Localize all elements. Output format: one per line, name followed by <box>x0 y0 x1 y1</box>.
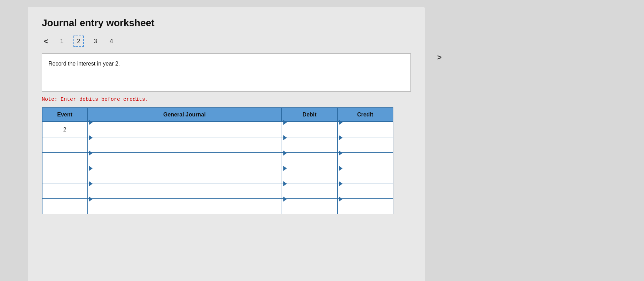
general-journal-cell[interactable] <box>87 153 282 168</box>
general-journal-cell[interactable] <box>87 168 282 183</box>
credit-cell[interactable] <box>337 153 393 168</box>
tab-3[interactable]: 3 <box>91 36 100 46</box>
cell-arrow-icon <box>339 120 343 125</box>
instruction-box: Record the interest in year 2. <box>42 53 411 92</box>
header-event: Event <box>42 108 87 122</box>
prev-arrow[interactable]: < <box>42 36 50 47</box>
debit-input[interactable] <box>282 202 337 217</box>
event-cell <box>42 199 87 214</box>
cell-arrow-icon <box>283 135 287 140</box>
tab-navigation: < 1 2 3 4 <box>42 36 411 47</box>
credit-input[interactable] <box>338 202 393 217</box>
credit-cell[interactable] <box>337 183 393 199</box>
general-journal-cell[interactable] <box>87 199 282 214</box>
debit-cell[interactable] <box>282 199 337 214</box>
header-debit: Debit <box>282 108 337 122</box>
debit-cell[interactable] <box>282 122 337 137</box>
table-row <box>42 199 393 214</box>
credit-cell[interactable] <box>337 137 393 153</box>
cell-arrow-icon <box>339 151 343 155</box>
cell-arrow-icon <box>89 197 93 202</box>
event-cell <box>42 137 87 153</box>
journal-table: Event General Journal Debit Credit 2 <box>42 107 393 214</box>
next-arrow[interactable]: > <box>435 52 444 63</box>
cell-arrow-icon <box>283 166 287 171</box>
cell-arrow-icon <box>283 197 287 202</box>
debit-cell[interactable] <box>282 183 337 199</box>
debit-cell[interactable] <box>282 168 337 183</box>
tab-1[interactable]: 1 <box>57 36 66 46</box>
event-cell <box>42 168 87 183</box>
instruction-text: Record the interest in year 2. <box>48 61 120 67</box>
credit-cell[interactable] <box>337 122 393 137</box>
cell-arrow-icon <box>339 181 343 186</box>
cell-arrow-icon <box>339 135 343 140</box>
tab-2[interactable]: 2 <box>73 36 84 47</box>
cell-arrow-icon <box>89 166 93 171</box>
credit-cell[interactable] <box>337 168 393 183</box>
tab-4[interactable]: 4 <box>107 36 116 46</box>
header-general-journal: General Journal <box>87 108 282 122</box>
general-journal-cell[interactable] <box>87 137 282 153</box>
credit-cell[interactable] <box>337 199 393 214</box>
page-title: Journal entry worksheet <box>42 17 411 29</box>
general-journal-cell[interactable] <box>87 183 282 199</box>
cell-arrow-icon <box>89 151 93 155</box>
header-credit: Credit <box>337 108 393 122</box>
cell-arrow-icon <box>283 120 287 125</box>
debit-cell[interactable] <box>282 137 337 153</box>
general-journal-cell[interactable] <box>87 122 282 137</box>
event-cell <box>42 153 87 168</box>
debit-cell[interactable] <box>282 153 337 168</box>
cell-arrow-icon <box>339 197 343 202</box>
cell-arrow-icon <box>283 151 287 155</box>
cell-arrow-icon <box>89 120 93 125</box>
note-text: Note: Enter debits before credits. <box>42 97 411 102</box>
cell-arrow-icon <box>339 166 343 171</box>
general-journal-input[interactable] <box>88 202 282 217</box>
event-cell <box>42 183 87 199</box>
event-cell: 2 <box>42 122 87 137</box>
cell-arrow-icon <box>283 181 287 186</box>
cell-arrow-icon <box>89 135 93 140</box>
cell-arrow-icon <box>89 181 93 186</box>
